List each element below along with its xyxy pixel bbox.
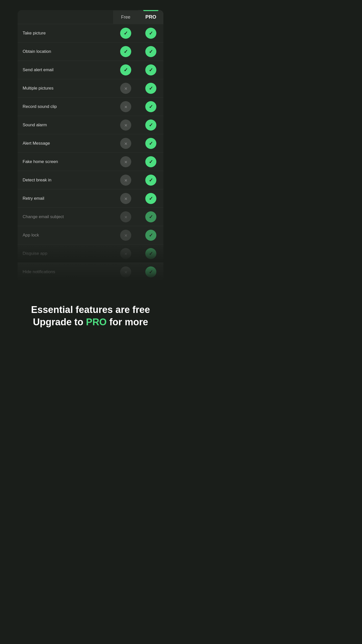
table-fade-overlay [18, 273, 163, 299]
table-row: App lock [18, 226, 163, 244]
table-row: Send alert email [18, 61, 163, 79]
feature-name: Change email subject [18, 210, 113, 224]
footer-pro-highlight: PRO [86, 317, 107, 327]
free-cross-icon [120, 83, 131, 94]
feature-name: Obtain location [18, 45, 113, 59]
feature-name: App lock [18, 228, 113, 242]
free-check-col [113, 245, 138, 263]
feature-name: Fake home screen [18, 155, 113, 169]
footer-line2-post: for more [107, 317, 148, 327]
feature-name: Take picture [18, 26, 113, 40]
pro-check-col [138, 116, 163, 134]
pro-check-icon [145, 175, 156, 186]
feature-rows-container: Take pictureObtain locationSend alert em… [18, 24, 163, 281]
free-check-icon [120, 46, 131, 57]
table-row: Detect break in [18, 171, 163, 189]
table-row: Change email subject [18, 208, 163, 226]
footer-line1: Essential features are free [31, 304, 150, 315]
pro-check-col [138, 24, 163, 42]
pro-check-icon [145, 28, 156, 39]
pro-check-col [138, 98, 163, 116]
free-cross-icon [120, 156, 131, 167]
free-check-col [113, 134, 138, 152]
free-cross-icon [120, 119, 131, 131]
feature-name: Record sound clip [18, 100, 113, 114]
pro-check-icon [145, 230, 156, 241]
free-check-col [113, 24, 138, 42]
table-row: Take picture [18, 24, 163, 42]
pro-check-icon [145, 248, 156, 259]
feature-name: Alert Message [18, 136, 113, 150]
free-cross-icon [120, 193, 131, 204]
free-cross-icon [120, 175, 131, 186]
table-row: Multiple pictures [18, 79, 163, 97]
pro-label: PRO [145, 14, 156, 20]
pro-check-col [138, 245, 163, 263]
free-check-col [113, 61, 138, 79]
pro-check-icon [145, 211, 156, 222]
pro-check-icon [145, 83, 156, 94]
table-row: Fake home screen [18, 152, 163, 171]
free-check-col [113, 116, 138, 134]
table-header: Free PRO [18, 10, 163, 24]
free-check-col [113, 171, 138, 189]
table-row: Retry email [18, 189, 163, 208]
table-row: Sound alarm [18, 116, 163, 134]
pro-check-icon [145, 156, 156, 167]
table-row: Alert Message [18, 134, 163, 152]
pro-check-col [138, 208, 163, 226]
table-row: Disguise app [18, 244, 163, 263]
pro-check-icon [145, 193, 156, 204]
free-cross-icon [120, 211, 131, 222]
pro-check-col [138, 226, 163, 244]
pro-check-icon [145, 138, 156, 149]
free-cross-icon [120, 230, 131, 241]
pro-check-col [138, 61, 163, 79]
pro-check-col [138, 153, 163, 171]
feature-name: Disguise app [18, 247, 113, 261]
footer-cta: Essential features are free Upgrade to P… [21, 299, 160, 344]
table-row: Obtain location [18, 42, 163, 61]
free-check-col [113, 98, 138, 116]
comparison-table: Free PRO Take pictureObtain locationSend… [18, 10, 163, 281]
free-check-col [113, 208, 138, 226]
pro-check-col [138, 79, 163, 97]
free-cross-icon [120, 248, 131, 259]
pro-check-icon [145, 101, 156, 112]
pro-check-col [138, 171, 163, 189]
free-check-col [113, 79, 138, 97]
feature-name: Detect break in [18, 173, 113, 187]
pro-check-icon [145, 46, 156, 57]
pro-check-col [138, 134, 163, 152]
pro-check-col [138, 189, 163, 208]
feature-name: Sound alarm [18, 118, 113, 132]
free-check-col [113, 226, 138, 244]
footer-line2-pre: Upgrade to [33, 317, 86, 327]
free-cross-icon [120, 101, 131, 112]
pro-check-col [138, 43, 163, 61]
free-column-header: Free [113, 11, 138, 24]
free-check-col [113, 43, 138, 61]
feature-name: Multiple pictures [18, 81, 113, 95]
pro-check-icon [145, 64, 156, 75]
feature-name: Retry email [18, 191, 113, 206]
pro-accent-bar [143, 10, 158, 11]
pro-column-header: PRO [138, 10, 163, 24]
free-check-col [113, 189, 138, 208]
pro-check-icon [145, 119, 156, 131]
free-check-col [113, 153, 138, 171]
free-label: Free [121, 15, 130, 20]
table-row: Record sound clip [18, 97, 163, 116]
free-cross-icon [120, 138, 131, 149]
free-check-icon [120, 64, 131, 75]
free-check-icon [120, 28, 131, 39]
feature-name: Send alert email [18, 63, 113, 77]
